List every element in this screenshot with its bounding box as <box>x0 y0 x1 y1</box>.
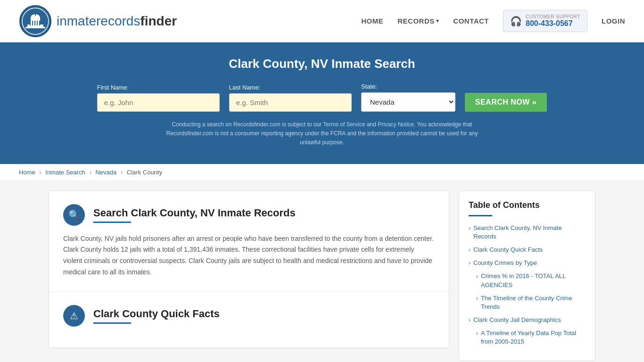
page-title: Clark County, NV Inmate Search <box>19 57 625 71</box>
search-section: 🔍 Search Clark County, NV Inmate Records… <box>49 191 449 292</box>
breadcrumb-sep-2: › <box>89 169 91 176</box>
logo-text[interactable]: inmaterecordsfinder <box>57 14 177 29</box>
toc-link-2[interactable]: Clark County Quick Facts <box>473 246 543 254</box>
search-section-header: 🔍 Search Clark County, NV Inmate Records <box>63 204 435 226</box>
section-title-underline <box>93 222 131 223</box>
toc-arrow-1: › <box>469 225 471 231</box>
toc-link-7[interactable]: A Timeline of Yearly Data Pop Total from… <box>481 329 586 346</box>
toc-arrow-5: › <box>476 295 478 302</box>
search-hero: Clark County, NV Inmate Search First Nam… <box>0 42 644 164</box>
toc-item-5: › The Timeline of the County Crime Trend… <box>469 294 586 311</box>
customer-support[interactable]: 🎧 CUSTOMER SUPPORT 800-433-0567 <box>503 10 587 32</box>
nav-records[interactable]: RECORDS ▾ <box>397 17 439 25</box>
quick-facts-title: Clark County Quick Facts <box>93 308 220 320</box>
svg-rect-7 <box>32 21 33 25</box>
toc-item-2: › Clark County Quick Facts <box>469 246 586 254</box>
toc-arrow-4: › <box>476 273 478 280</box>
state-select[interactable]: Nevada <box>361 92 455 112</box>
first-name-label: First Name: <box>97 84 129 91</box>
state-label: State: <box>361 83 377 90</box>
toc-item-6: › Clark County Jail Demographics <box>469 316 586 324</box>
breadcrumb-sep-1: › <box>39 169 41 176</box>
quick-facts-header: ⚠ Clark County Quick Facts <box>63 305 435 327</box>
support-label: CUSTOMER SUPPORT <box>526 14 580 19</box>
search-section-title-wrap: Search Clark County, NV Inmate Records <box>93 207 296 223</box>
toc-link-5[interactable]: The Timeline of the County Crime Trends <box>481 294 586 311</box>
svg-point-12 <box>34 13 36 15</box>
logo-icon <box>19 5 52 38</box>
login-button[interactable]: LOGIN <box>602 17 625 25</box>
toc-link-3[interactable]: County Crimes by Type <box>473 259 537 267</box>
toc-arrow-6: › <box>469 317 471 323</box>
nav-home[interactable]: HOME <box>361 17 383 25</box>
main-content: 🔍 Search Clark County, NV Inmate Records… <box>39 190 605 361</box>
breadcrumb-home[interactable]: Home <box>19 169 35 176</box>
toc-arrow-2: › <box>469 247 471 253</box>
breadcrumb-nevada[interactable]: Nevada <box>95 169 116 176</box>
quick-facts-title-underline <box>93 322 131 324</box>
toc-divider <box>469 215 492 216</box>
main-nav: HOME RECORDS ▾ CONTACT 🎧 CUSTOMER SUPPOR… <box>361 10 625 32</box>
header: inmaterecordsfinder HOME RECORDS ▾ CONTA… <box>0 0 644 42</box>
privacy-link[interactable]: Privacy Notice <box>378 121 414 128</box>
toc-link-4[interactable]: Crimes % in 2016 - TOTAL ALL AGENCIES <box>481 272 586 289</box>
first-name-group: First Name: <box>97 84 220 112</box>
magnifier-icon: 🔍 <box>68 209 80 221</box>
breadcrumb-sep-3: › <box>121 169 123 176</box>
search-section-icon: 🔍 <box>63 204 85 226</box>
toc-title: Table of Contents <box>469 200 586 210</box>
tos-link[interactable]: Terms of Service <box>323 121 365 128</box>
logo-part2: finder <box>140 14 177 28</box>
quick-facts-title-wrap: Clark County Quick Facts <box>93 308 220 324</box>
search-form: First Name: Last Name: State: Nevada SEA… <box>19 83 625 112</box>
logo-part1: inmaterecords <box>57 14 140 28</box>
toc-item-3: › County Crimes by Type <box>469 259 586 267</box>
toc-arrow-7: › <box>476 330 478 337</box>
toc-link-6[interactable]: Clark County Jail Demographics <box>473 316 561 324</box>
svg-rect-10 <box>39 21 40 25</box>
search-section-body: Clark County, NV jails hold prisoners af… <box>63 233 435 278</box>
logo-area: inmaterecordsfinder <box>19 5 177 38</box>
records-dropdown-arrow: ▾ <box>436 18 439 24</box>
search-button[interactable]: SEARCH NOW » <box>465 93 547 112</box>
breadcrumb: Home › Inmate Search › Nevada › Clark Co… <box>0 164 644 181</box>
content-area: 🔍 Search Clark County, NV Inmate Records… <box>49 190 449 348</box>
info-icon: ⚠ <box>70 310 78 321</box>
last-name-label: Last Name: <box>229 84 260 91</box>
support-number: 800-433-0567 <box>526 19 580 28</box>
last-name-group: Last Name: <box>229 84 352 112</box>
toc-item-4: › Crimes % in 2016 - TOTAL ALL AGENCIES <box>469 272 586 289</box>
search-section-title: Search Clark County, NV Inmate Records <box>93 207 296 219</box>
toc-item-1: › Search Clark County, NV Inmate Records <box>469 224 586 241</box>
toc-item-7: › A Timeline of Yearly Data Pop Total fr… <box>469 329 586 346</box>
svg-rect-8 <box>34 21 35 25</box>
headset-icon: 🎧 <box>510 16 522 27</box>
svg-rect-9 <box>37 21 38 25</box>
breadcrumb-clark-county: Clark County <box>127 169 162 176</box>
toc-link-1[interactable]: Search Clark County, NV Inmate Records <box>473 224 586 241</box>
state-group: State: Nevada <box>361 83 455 112</box>
disclaimer-text: Conducting a search on Recordsfinder.com… <box>157 120 487 148</box>
svg-rect-5 <box>25 27 45 28</box>
nav-contact[interactable]: CONTACT <box>453 17 489 25</box>
toc-arrow-3: › <box>469 260 471 266</box>
quick-facts-section: ⚠ Clark County Quick Facts <box>49 292 449 348</box>
sidebar: Table of Contents › Search Clark County,… <box>459 190 595 361</box>
last-name-input[interactable] <box>229 93 352 112</box>
table-of-contents: Table of Contents › Search Clark County,… <box>459 190 595 361</box>
first-name-input[interactable] <box>97 93 220 112</box>
support-text: CUSTOMER SUPPORT 800-433-0567 <box>526 14 580 28</box>
quick-facts-icon: ⚠ <box>63 305 85 327</box>
breadcrumb-inmate-search[interactable]: Inmate Search <box>45 169 85 176</box>
svg-rect-6 <box>30 21 31 25</box>
